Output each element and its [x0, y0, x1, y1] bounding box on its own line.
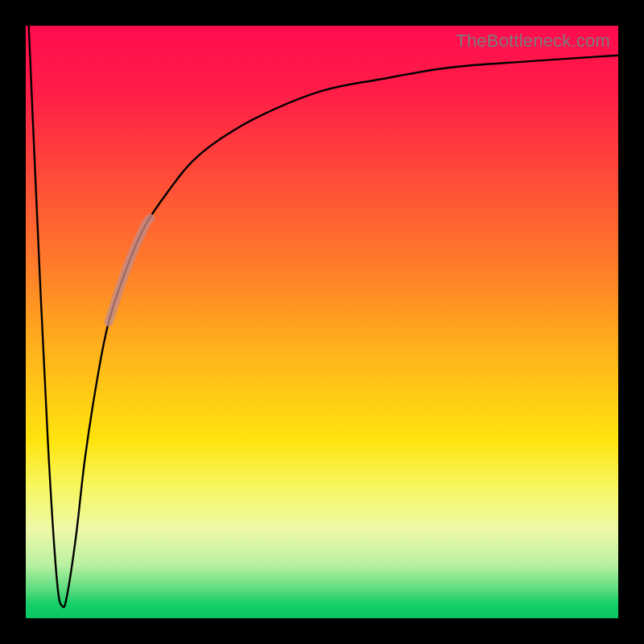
curve-layer — [26, 26, 618, 618]
chart-frame: TheBottleneck.com — [0, 0, 644, 644]
highlight-segment — [109, 218, 151, 322]
plot-area: TheBottleneck.com — [26, 26, 618, 618]
bottleneck-curve — [29, 26, 618, 607]
watermark-text: TheBottleneck.com — [456, 31, 610, 52]
